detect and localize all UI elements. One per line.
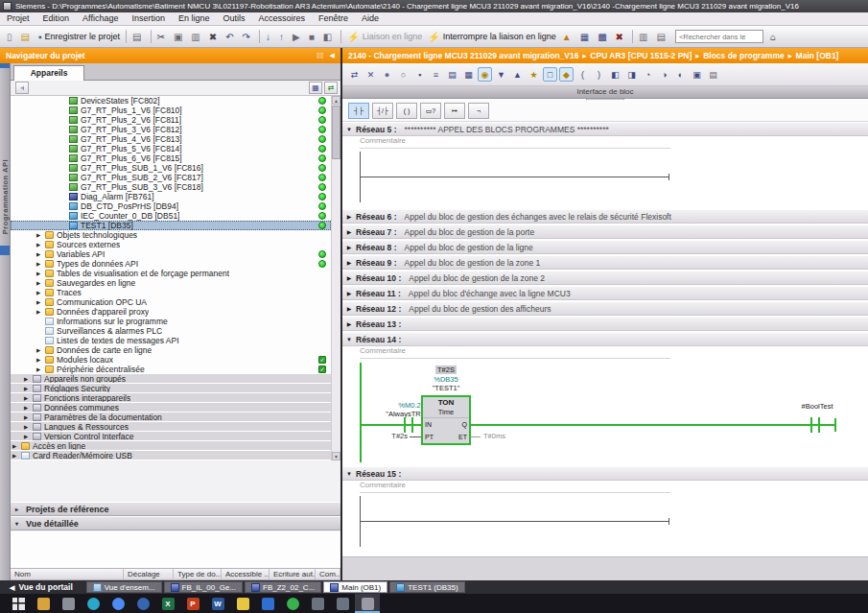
expander-icon[interactable] [12, 443, 21, 449]
expander-icon[interactable] [36, 232, 45, 238]
split-editor-vertical-icon[interactable]: ▤ [653, 29, 670, 45]
chrome-icon[interactable] [106, 594, 130, 613]
contact-no-button[interactable]: ┤├ [348, 103, 369, 119]
open-project-icon[interactable]: ▤ [18, 29, 35, 45]
absolute-operands-toggle-icon[interactable]: □ [543, 67, 557, 82]
detail-table-column-header[interactable]: Accessible ... [222, 569, 270, 579]
network-row[interactable]: ▶ Réseau 9 : Appel du bloc de gestion de… [342, 255, 868, 270]
print-block-icon[interactable]: ▤ [706, 67, 720, 82]
tree-item[interactable]: G7_RT_Plus_3_V6 [FC812] [11, 125, 331, 134]
tree-item[interactable]: G7_RT_Plus_SUB_2_V6 [FC817] [11, 173, 331, 182]
expander-icon[interactable] [24, 434, 33, 439]
expander-icon[interactable] [36, 290, 45, 295]
expander-icon[interactable] [36, 309, 45, 315]
expander-icon[interactable] [36, 251, 45, 257]
tree-item[interactable]: Réglages Security [11, 384, 331, 393]
go-online-button[interactable]: ⚡ Liaison en ligne [344, 29, 425, 45]
network-row[interactable]: ▶ Réseau 12 : Appel du bloc de gestion d… [342, 301, 868, 316]
messaging-app-icon[interactable] [280, 594, 305, 613]
scroll-up-icon[interactable]: ▲ [332, 96, 340, 105]
detail-table-column-header[interactable]: Type de do... [174, 569, 222, 579]
chevron-right-icon[interactable]: ▶ [342, 305, 356, 312]
save-project-button[interactable]: ▪ Enregistrer le projet [35, 29, 123, 45]
close-connection-icon[interactable]: ✖ [613, 29, 629, 45]
download-to-device-icon[interactable]: ↓ [263, 29, 276, 45]
tree-item[interactable]: Variables API [11, 249, 331, 259]
tree-item[interactable]: Données d'appareil proxy [11, 307, 331, 317]
chevron-right-icon[interactable]: ▶ [342, 290, 356, 296]
tree-item[interactable]: Tables de visualisation et de forçage pe… [11, 269, 331, 278]
tree-item[interactable]: Traces [11, 288, 331, 297]
tree-item[interactable]: G7_RT_Plus_1_V6 [FC810] [11, 106, 331, 115]
tree-item[interactable]: Informations sur le programme [11, 317, 331, 326]
tree-item[interactable]: Données de carte en ligne [11, 345, 331, 355]
show-tags-icon[interactable]: ● [380, 67, 394, 82]
undo-icon[interactable]: ↶ [223, 29, 239, 45]
tree-item[interactable]: Surveillances & alarmes PLC [11, 326, 331, 336]
network-comments-toggle-icon[interactable]: ◉ [478, 67, 492, 82]
tree-filter-icon[interactable]: ⫞ [15, 82, 29, 94]
align-networks-icon[interactable]: ≡ [429, 67, 443, 82]
network-row[interactable]: ▶ Réseau 6 : Appel du bloc de gestion de… [342, 209, 868, 224]
keep-result-icon[interactable]: ▪ [412, 67, 427, 82]
hide-tags-icon[interactable]: ○ [396, 67, 411, 82]
no-contact[interactable] [404, 417, 406, 433]
tree-item[interactable]: TEST1 [DB35] [11, 221, 331, 230]
excel-icon[interactable]: X [155, 594, 180, 613]
cut-icon[interactable]: ✂ [154, 29, 171, 45]
tree-item[interactable]: Langues & Ressources [11, 422, 331, 432]
network-comment[interactable]: Commentaire [342, 346, 868, 359]
tab-vue-densemble[interactable]: Vue d'ensem... [86, 581, 162, 593]
detail-table-column-header[interactable]: Nom [11, 569, 124, 579]
tree-item[interactable]: Sauvegardes en ligne [11, 278, 331, 288]
copy-icon[interactable]: ▣ [171, 29, 188, 45]
sync-online-button[interactable]: ⇄ [324, 82, 338, 94]
coil-button[interactable]: ( ) [396, 103, 417, 119]
expander-icon[interactable] [36, 347, 45, 353]
expander-icon[interactable] [24, 405, 33, 411]
stop-cpu-icon[interactable]: ■ [306, 29, 320, 45]
toolbar-separator[interactable] [632, 30, 633, 43]
programmation-api-vertical-tab[interactable]: Programmation API [1, 159, 10, 234]
scroll-down-icon[interactable]: ▼ [332, 452, 340, 460]
tia-portal-icon[interactable] [355, 594, 380, 613]
expander-icon[interactable] [36, 242, 45, 248]
split-editor-horizontal-icon[interactable]: ▥ [636, 29, 653, 45]
file-explorer-icon[interactable] [31, 594, 56, 613]
diagnostics-icon[interactable]: ▲ [559, 29, 577, 45]
compress-networks-icon[interactable]: ▤ [445, 67, 459, 82]
detail-table-column-header[interactable]: Com... [316, 569, 340, 579]
tree-item[interactable]: G7_RT_Plus_SUB_3_V6 [FC818] [11, 182, 331, 192]
empty-box-button[interactable]: ▭? [420, 103, 441, 119]
panel-float-icon[interactable]: ▯▯ [317, 52, 324, 59]
tree-item[interactable]: G7_RT_Plus_6_V6 [FC815] [11, 153, 331, 163]
column-settings-button[interactable]: ▦ [309, 82, 322, 94]
pt-value[interactable]: T#2s [367, 432, 408, 440]
collapse-panel-icon[interactable]: ◀ [330, 52, 335, 59]
tree-item[interactable]: Accès en ligne [11, 441, 331, 451]
paste-icon[interactable]: ▥ [188, 29, 205, 45]
detail-table-column-header[interactable]: Décalage [124, 569, 174, 579]
network-row[interactable]: ▶ Réseau 8 : Appel du bloc de gestion de… [342, 240, 868, 254]
new-project-icon[interactable]: ▯ [4, 29, 18, 45]
redo-icon[interactable]: ↷ [240, 29, 256, 45]
compare-blocks-icon[interactable]: ⇄ [347, 67, 362, 82]
expander-icon[interactable] [24, 386, 33, 391]
tree-item[interactable]: G7_RT_Plus_4_V6 [FC813] [11, 134, 331, 144]
tree-item[interactable]: G7_RT_Plus_5_V6 [FC814] [11, 144, 331, 153]
chevron-right-icon[interactable]: ▶ [342, 274, 356, 281]
tree-item[interactable]: Données communes [11, 403, 331, 413]
breadcrumb-main[interactable]: ▶ Main [OB1] [785, 51, 839, 60]
toolbar-separator[interactable] [259, 30, 260, 43]
firefox-icon[interactable] [130, 594, 155, 613]
menu-insertion[interactable]: Insertion [125, 12, 172, 25]
chevron-right-icon[interactable]: ▶ [342, 228, 356, 235]
expander-icon[interactable] [12, 453, 21, 459]
restore-icon[interactable]: ◧ [320, 29, 338, 45]
toolbar-separator[interactable] [340, 30, 341, 43]
go-offline-button[interactable]: ⚡ Interrompre la liaison en ligne [425, 29, 559, 45]
network-comment[interactable]: Commentaire [342, 481, 868, 493]
toolbar-separator[interactable] [151, 30, 152, 43]
tree-item[interactable]: Diag_Alarm [FB761] [11, 192, 331, 201]
device-tool-icon-1[interactable] [305, 594, 330, 613]
